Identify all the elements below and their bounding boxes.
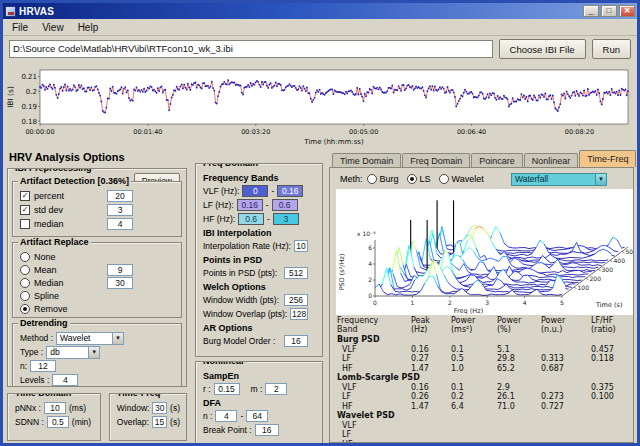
band-row: LF (Hz):0.16-0.6 xyxy=(203,198,316,212)
method-radios: BurgLSWavelet xyxy=(367,174,492,184)
wavelet-type-dropdown[interactable]: db xyxy=(46,346,100,359)
method-radio-burg[interactable] xyxy=(367,174,377,184)
burg-order-input[interactable]: 16 xyxy=(284,335,308,347)
none-radio[interactable] xyxy=(20,252,30,262)
tab-time-freq[interactable]: Time-Freq xyxy=(579,150,636,167)
lf-hz--from-input[interactable]: 0.16 xyxy=(237,199,263,211)
welch-overlap-input[interactable]: 128 xyxy=(290,308,308,320)
table-cell xyxy=(539,345,589,355)
mean-radio[interactable] xyxy=(20,265,30,275)
levels-input[interactable]: 4 xyxy=(52,374,78,386)
section-name: Wavelet PSD xyxy=(335,411,631,421)
tab-time-domain[interactable]: Time Domain xyxy=(332,153,401,167)
dfa-break-input[interactable]: 16 xyxy=(255,424,279,436)
sampen-title: SampEn xyxy=(203,371,322,381)
section-row: Burg PSD xyxy=(335,335,631,345)
svg-text:Freq (Hz): Freq (Hz) xyxy=(454,307,483,315)
points-in-psd-input[interactable]: 512 xyxy=(284,267,308,279)
artifact-detect-row: ✓percent20 xyxy=(20,189,175,203)
column-header: Power(ms²) xyxy=(449,317,495,335)
window-controls: _ □ ✕ xyxy=(583,5,635,17)
table-cell: 0.375 xyxy=(589,383,631,393)
artifact-replace-row: Mean9 xyxy=(20,263,175,276)
median-input[interactable]: 4 xyxy=(107,218,133,230)
dfa-n-from-input[interactable]: 4 xyxy=(215,410,237,422)
menu-view[interactable]: View xyxy=(35,21,71,34)
points-in-psd-label: Points in PSD (pts): xyxy=(203,268,277,278)
time-freq-waterfall-plot: 0246x 10⁻⁴PSD (s²/Hz)012345Freq (Hz)1002… xyxy=(335,188,634,316)
sampen-m-input[interactable]: 2 xyxy=(265,383,287,395)
dfa-n-to-input[interactable]: 64 xyxy=(246,410,268,422)
tf-overlap-unit: (s) xyxy=(170,417,180,427)
menu-help[interactable]: Help xyxy=(71,21,106,34)
table-cell xyxy=(539,383,589,393)
section-name: Burg PSD xyxy=(335,335,631,345)
pnnx-input[interactable]: 10 xyxy=(44,402,66,414)
svg-text:4: 4 xyxy=(523,299,527,306)
median-radio[interactable] xyxy=(20,278,30,288)
ibi-file-path-input[interactable]: D:\Source Code\Matlab\HRV\ibi\RTFcon10_w… xyxy=(9,40,493,58)
table-cell: 0.118 xyxy=(589,354,631,364)
lf-hz--to-input[interactable]: 0.6 xyxy=(272,199,298,211)
std-dev-checkbox[interactable]: ✓ xyxy=(20,205,30,215)
table-cell xyxy=(409,421,449,431)
choose-ibi-file-button[interactable]: Choose IBI File xyxy=(499,39,586,59)
table-cell: 71.0 xyxy=(495,402,539,412)
pnnx-unit: (ms) xyxy=(69,403,86,413)
mean-input[interactable]: 9 xyxy=(107,264,133,276)
hf-hz--to-input[interactable]: 3 xyxy=(273,213,299,225)
sampen-r-input[interactable]: 0.15 xyxy=(214,383,240,395)
lf-hz--label: LF (Hz): xyxy=(203,200,234,210)
sampen-m-label: m : xyxy=(251,384,263,394)
median-input[interactable]: 30 xyxy=(107,277,133,289)
minimize-icon[interactable]: _ xyxy=(583,5,599,17)
median-checkbox[interactable] xyxy=(20,219,30,229)
spline-radio[interactable] xyxy=(20,291,30,301)
ibi-plot: 0.210.20.190.18IBI (s)00:00:0000:01:4000… xyxy=(4,62,636,147)
method-radio-wavelet[interactable] xyxy=(439,174,449,184)
table-cell: HF xyxy=(335,402,409,412)
ibi-preprocessing-panel: IBI Preprocessing Preview Artifact Detec… xyxy=(7,168,187,387)
menu-file[interactable]: File xyxy=(5,21,35,34)
burg-order-label: Burg Model Order : xyxy=(203,336,275,346)
vlf-hz--to-input[interactable]: 0.16 xyxy=(277,185,303,197)
tf-overlap-input[interactable]: 15 xyxy=(152,416,167,428)
detrend-method-dropdown[interactable]: Wavelet xyxy=(56,332,124,345)
options-column: HRV Analysis Options IBI Preprocessing P… xyxy=(3,148,191,443)
wavelet-n-input[interactable]: 12 xyxy=(30,360,56,372)
tf-window-input[interactable]: 30 xyxy=(152,402,167,414)
svg-text:6: 6 xyxy=(368,244,372,251)
std-dev-input[interactable]: 3 xyxy=(107,204,133,216)
chevron-down-icon[interactable] xyxy=(112,333,123,344)
chevron-down-icon[interactable] xyxy=(88,347,99,358)
chevron-down-icon[interactable] xyxy=(595,174,606,185)
svg-text:2: 2 xyxy=(368,276,372,283)
tab-freq-domain[interactable]: Freq Domain xyxy=(402,153,470,167)
spline-radio-label: Spline xyxy=(34,291,59,301)
close-icon[interactable]: ✕ xyxy=(619,5,635,17)
vlf-hz--from-input[interactable]: 0 xyxy=(242,185,268,197)
percent-input[interactable]: 20 xyxy=(107,190,133,202)
hf-hz--from-input[interactable]: 0.6 xyxy=(238,213,264,225)
plot-style-dropdown[interactable]: Waterfall xyxy=(511,173,607,186)
dfa-n-label: n : xyxy=(203,411,212,421)
interp-rate-input[interactable]: 10 xyxy=(294,240,308,252)
band-row: VLF (Hz):0-0.16 xyxy=(203,184,316,198)
percent-checkbox[interactable]: ✓ xyxy=(20,191,30,201)
tab-nonlinear[interactable]: Nonlinear xyxy=(524,153,579,167)
table-cell xyxy=(589,364,631,374)
welch-options-title: Welch Options xyxy=(203,282,322,292)
table-cell: 0.16 xyxy=(409,383,449,393)
run-button[interactable]: Run xyxy=(592,39,631,59)
median-radio-label: Median xyxy=(34,278,64,288)
tab-poincare[interactable]: Poincare xyxy=(471,153,523,167)
maximize-icon[interactable]: □ xyxy=(601,5,617,17)
interp-rate-label: Interpolation Rate (Hz): xyxy=(203,241,291,251)
table-cell xyxy=(539,421,589,431)
hrv-options-heading: HRV Analysis Options xyxy=(9,151,191,163)
welch-width-input[interactable]: 256 xyxy=(284,294,308,306)
method-radio-ls[interactable] xyxy=(407,174,417,184)
remove-radio[interactable] xyxy=(20,304,30,314)
sdnn-input[interactable]: 0.5 xyxy=(47,416,69,428)
levels-label: Levels : xyxy=(20,375,49,385)
